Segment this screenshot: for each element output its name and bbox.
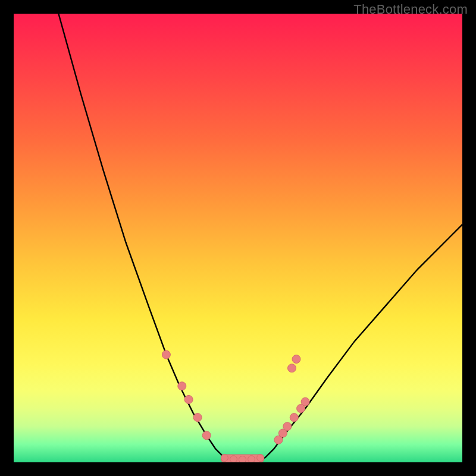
- data-point: [221, 455, 228, 462]
- data-point: [292, 355, 300, 364]
- data-point: [230, 456, 237, 462]
- data-point: [290, 414, 298, 422]
- data-point: [178, 382, 186, 390]
- curve-layer: [14, 14, 462, 462]
- data-point: [193, 414, 202, 422]
- data-point: [283, 422, 292, 431]
- data-point: [257, 455, 264, 462]
- data-point: [184, 395, 193, 403]
- data-point: [248, 456, 255, 462]
- data-point: [202, 431, 211, 440]
- bottleneck-curve: [58, 14, 462, 460]
- data-markers: [162, 350, 309, 462]
- data-point: [301, 397, 309, 406]
- data-point: [239, 456, 246, 463]
- data-point: [288, 364, 296, 372]
- data-point: [162, 350, 170, 359]
- chart-frame: TheBottleneck.com: [0, 0, 476, 476]
- v-curve: [58, 14, 462, 460]
- plot-area: [14, 14, 462, 462]
- watermark-text: TheBottleneck.com: [353, 2, 468, 17]
